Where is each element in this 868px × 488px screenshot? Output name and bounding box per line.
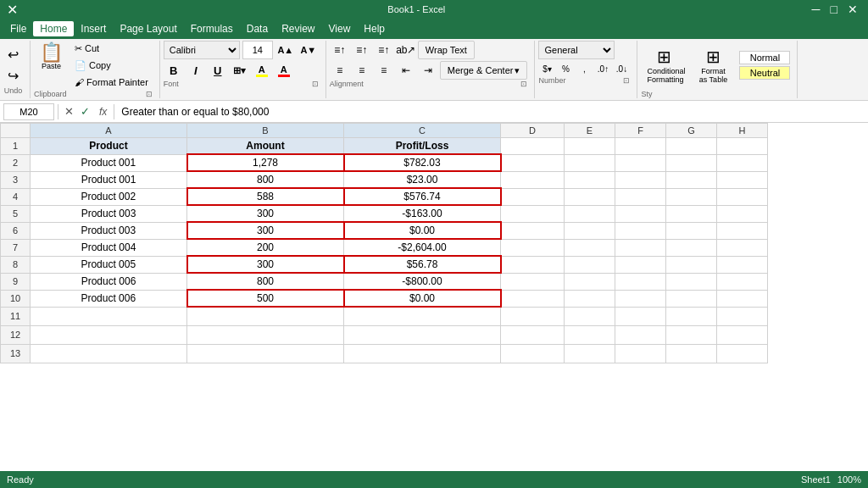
cell-h11[interactable] [717, 307, 768, 325]
menu-help[interactable]: Help [357, 21, 392, 36]
row-header-2[interactable]: 2 [1, 154, 31, 171]
col-header-f[interactable]: F [615, 124, 666, 138]
italic-button[interactable]: I [186, 61, 206, 80]
cell-g1[interactable] [666, 138, 717, 155]
cell-c4[interactable]: $576.74 [344, 188, 501, 205]
cell-d11[interactable] [501, 307, 565, 325]
row-header-12[interactable]: 12 [1, 325, 31, 344]
cell-h8[interactable] [717, 256, 768, 273]
cell-a6[interactable]: Product 003 [31, 222, 187, 239]
font-expand[interactable]: ⊡ [312, 80, 319, 88]
col-header-c[interactable]: C [344, 124, 501, 138]
copy-button[interactable]: 📄 Copy [70, 58, 153, 73]
row-header-11[interactable]: 11 [1, 307, 31, 325]
cell-g13[interactable] [666, 344, 717, 363]
increase-font-button[interactable]: A▲ [275, 41, 296, 59]
cell-b10[interactable]: 500 [187, 290, 344, 307]
cell-b7[interactable]: 200 [187, 239, 344, 256]
cell-g10[interactable] [666, 290, 717, 307]
col-header-b[interactable]: B [187, 124, 344, 138]
cell-c12[interactable] [344, 325, 501, 344]
cell-g8[interactable] [666, 256, 717, 273]
menu-page-layout[interactable]: Page Layout [113, 21, 183, 36]
cell-f8[interactable] [615, 256, 666, 273]
col-header-g[interactable]: G [666, 124, 717, 138]
number-expand[interactable]: ⊡ [623, 76, 630, 85]
cell-f2[interactable] [615, 154, 666, 171]
cut-button[interactable]: ✂ Cut [70, 41, 153, 56]
formula-cancel-button[interactable]: ✕ [62, 105, 76, 118]
cell-e6[interactable] [565, 222, 615, 239]
cell-f12[interactable] [615, 325, 666, 344]
cell-g3[interactable] [666, 171, 717, 188]
cell-e2[interactable] [565, 154, 615, 171]
cell-b5[interactable]: 300 [187, 205, 344, 222]
normal-style[interactable]: Normal [739, 51, 790, 64]
cell-d3[interactable] [501, 171, 565, 188]
format-as-table-button[interactable]: ⊞ Format as Table [690, 44, 736, 86]
col-header-e[interactable]: E [565, 124, 615, 138]
decrease-decimal-button[interactable]: .0↓ [613, 61, 630, 76]
cell-f11[interactable] [615, 307, 666, 325]
cell-h4[interactable] [717, 188, 768, 205]
cell-a1[interactable]: Product [31, 138, 187, 155]
percent-button[interactable]: % [557, 61, 574, 76]
cell-e10[interactable] [565, 290, 615, 307]
minimize-button[interactable]: ─ [809, 3, 824, 16]
font-color-button[interactable]: A [274, 61, 294, 80]
menu-insert[interactable]: Insert [74, 21, 113, 36]
cell-g5[interactable] [666, 205, 717, 222]
cell-c3[interactable]: $23.00 [344, 171, 501, 188]
increase-indent-button[interactable]: ⇥ [418, 61, 438, 80]
merge-center-button[interactable]: Merge & Center ▾ [440, 61, 528, 80]
row-header-7[interactable]: 7 [1, 239, 31, 256]
cell-f10[interactable] [615, 290, 666, 307]
cell-h7[interactable] [717, 239, 768, 256]
cell-h13[interactable] [717, 344, 768, 363]
col-header-a[interactable]: A [31, 124, 187, 138]
cell-d4[interactable] [501, 188, 565, 205]
cell-f5[interactable] [615, 205, 666, 222]
alignment-expand[interactable]: ⊡ [520, 80, 527, 88]
menu-formulas[interactable]: Formulas [184, 21, 240, 36]
cell-c6[interactable]: $0.00 [344, 222, 501, 239]
row-header-6[interactable]: 6 [1, 222, 31, 239]
cell-d7[interactable] [501, 239, 565, 256]
cell-c8[interactable]: $56.78 [344, 256, 501, 273]
cell-c10[interactable]: $0.00 [344, 290, 501, 307]
cell-b1[interactable]: Amount [187, 138, 344, 155]
cell-f7[interactable] [615, 239, 666, 256]
cell-g9[interactable] [666, 273, 717, 290]
cell-h9[interactable] [717, 273, 768, 290]
decrease-indent-button[interactable]: ⇤ [396, 61, 416, 80]
cell-a13[interactable] [31, 344, 187, 363]
orientation-button[interactable]: ab↗ [396, 41, 416, 59]
col-header-d[interactable]: D [501, 124, 565, 138]
cell-e7[interactable] [565, 239, 615, 256]
menu-file[interactable]: File [3, 21, 33, 36]
align-center-button[interactable]: ≡ [352, 61, 372, 80]
cell-c1[interactable]: Profit/Loss [344, 138, 501, 155]
cell-e9[interactable] [565, 273, 615, 290]
cell-c2[interactable]: $782.03 [344, 154, 501, 171]
menu-data[interactable]: Data [240, 21, 275, 36]
formula-input[interactable] [118, 103, 865, 120]
cell-b4[interactable]: 588 [187, 188, 344, 205]
cell-e1[interactable] [565, 138, 615, 155]
cell-e11[interactable] [565, 307, 615, 325]
cell-f13[interactable] [615, 344, 666, 363]
menu-home[interactable]: Home [33, 21, 74, 36]
row-header-13[interactable]: 13 [1, 344, 31, 363]
cell-a7[interactable]: Product 004 [31, 239, 187, 256]
cell-b9[interactable]: 800 [187, 273, 344, 290]
neutral-style[interactable]: Neutral [739, 66, 790, 80]
cell-a12[interactable] [31, 325, 187, 344]
row-header-8[interactable]: 8 [1, 256, 31, 273]
cell-h10[interactable] [717, 290, 768, 307]
cell-a4[interactable]: Product 002 [31, 188, 187, 205]
conditional-formatting-button[interactable]: ⊞ Conditional Formatting [641, 44, 687, 86]
format-painter-button[interactable]: 🖌 Format Painter [70, 75, 153, 90]
cell-b2[interactable]: 1,278 [187, 154, 344, 171]
row-header-5[interactable]: 5 [1, 205, 31, 222]
cell-f6[interactable] [615, 222, 666, 239]
